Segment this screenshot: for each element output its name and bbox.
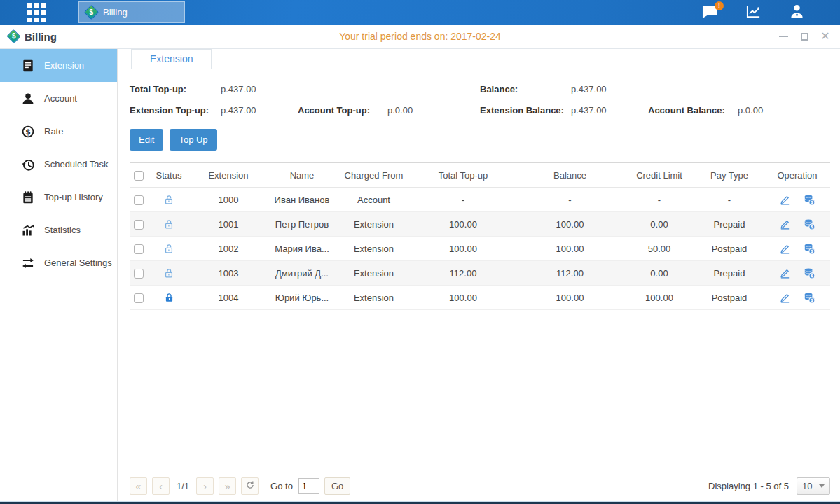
cell-balance: 100.00 xyxy=(516,286,624,310)
unlocked-icon xyxy=(163,218,175,228)
cell-balance: - xyxy=(516,188,624,212)
account-balance-label: Account Balance: xyxy=(648,105,738,115)
column-header-pay-type[interactable]: Pay Type xyxy=(694,163,764,188)
sidebar-item-scheduled-task[interactable]: Scheduled Task xyxy=(0,148,117,181)
top-up-button[interactable]: Top Up xyxy=(170,129,216,150)
sidebar-item-label: Scheduled Task xyxy=(44,159,109,169)
maximize-button[interactable] xyxy=(799,31,809,41)
goto-page-input[interactable] xyxy=(298,478,319,494)
maximize-icon xyxy=(801,33,808,41)
cell-extension: 1003 xyxy=(190,261,267,286)
topbar: $ Billing ! xyxy=(0,0,840,24)
rate-icon: $ xyxy=(21,125,35,139)
refresh-button[interactable] xyxy=(241,477,259,495)
window-title: Billing xyxy=(25,31,57,43)
edit-button[interactable]: Edit xyxy=(130,129,163,150)
cell-balance: 112.00 xyxy=(516,261,624,286)
table-row[interactable]: 1001Петр ПетровExtension100.00100.000.00… xyxy=(130,212,830,237)
sidebar-item-general-settings[interactable]: General Settings xyxy=(0,246,117,279)
cell-checkbox xyxy=(130,286,148,310)
go-button[interactable]: Go xyxy=(324,477,350,495)
cell-status xyxy=(148,212,190,237)
tab-extension[interactable]: Extension xyxy=(131,49,212,69)
column-header-charged-from[interactable]: Charged From xyxy=(337,163,411,188)
sidebar-item-extension[interactable]: Extension xyxy=(0,49,117,82)
close-button[interactable]: ✕ xyxy=(820,31,830,41)
pencil-icon xyxy=(779,242,791,253)
row-checkbox[interactable] xyxy=(134,269,144,279)
prev-page-button[interactable]: ‹ xyxy=(152,477,170,495)
edit-row-button[interactable] xyxy=(779,218,791,230)
column-header-extension[interactable]: Extension xyxy=(190,163,267,188)
cell-pay-type: Postpaid xyxy=(694,237,764,261)
cell-operation: $ xyxy=(764,237,830,261)
cell-status xyxy=(148,261,190,286)
row-checkbox[interactable] xyxy=(134,293,144,303)
topup-row-button[interactable]: $ xyxy=(804,193,815,205)
main-panel: Extension Total Top-up: p.437.00 Extensi… xyxy=(118,49,840,501)
cell-checkbox xyxy=(130,212,148,237)
select-all-checkbox[interactable] xyxy=(134,171,144,181)
table-row[interactable]: 1002Мария Ива...Extension100.00100.0050.… xyxy=(130,237,830,261)
sidebar-item-label: Statistics xyxy=(44,225,81,235)
table-row[interactable]: 1004Юрий Юрь...Extension100.00100.00100.… xyxy=(130,286,830,310)
cell-pay-type: - xyxy=(694,188,764,212)
first-page-button[interactable]: « xyxy=(130,477,147,495)
sidebar-item-statistics[interactable]: Statistics xyxy=(0,214,117,246)
billing-window: $ Billing ! xyxy=(0,0,840,504)
cell-status xyxy=(148,286,190,310)
column-header-total-top-up[interactable]: Total Top-up xyxy=(411,163,516,188)
coins-icon: $ xyxy=(804,218,815,228)
sidebar-item-topup-history[interactable]: Top-up History xyxy=(0,181,117,214)
chart-icon xyxy=(745,4,762,22)
table-row[interactable]: 1003Дмитрий Д...Extension112.00112.000.0… xyxy=(130,261,830,286)
edit-row-button[interactable] xyxy=(779,242,791,254)
account-topup-label: Account Top-up: xyxy=(298,105,387,115)
table-header-row: StatusExtensionNameCharged FromTotal Top… xyxy=(130,163,830,188)
next-page-button[interactable]: › xyxy=(196,477,214,495)
statistics-topbar-button[interactable] xyxy=(743,4,763,22)
trial-notice: Your trial period ends on: 2017-02-24 xyxy=(0,31,840,42)
cell-name: Дмитрий Д... xyxy=(267,261,337,286)
topup-row-button[interactable]: $ xyxy=(804,242,815,254)
last-page-button[interactable]: » xyxy=(219,477,236,495)
svg-text:$: $ xyxy=(811,224,813,230)
topup-row-button[interactable]: $ xyxy=(804,218,815,230)
account-topup-value: p.0.00 xyxy=(387,105,464,115)
column-header-name[interactable]: Name xyxy=(267,163,337,188)
cell-balance: 100.00 xyxy=(516,212,624,237)
edit-row-button[interactable] xyxy=(779,267,791,279)
edit-row-button[interactable] xyxy=(779,291,791,303)
cell-extension: 1000 xyxy=(190,188,267,212)
topup-row-button[interactable]: $ xyxy=(804,267,815,279)
window-controls: ✕ xyxy=(778,24,830,48)
column-header-credit-limit[interactable]: Credit Limit xyxy=(624,163,694,188)
table-row[interactable]: 1000Иван ИвановAccount----$ xyxy=(130,188,830,212)
cell-checkbox xyxy=(130,237,148,261)
column-header-balance[interactable]: Balance xyxy=(516,163,624,188)
column-header-status[interactable]: Status xyxy=(148,163,190,188)
taskbar-tab-label: Billing xyxy=(103,7,128,18)
coins-icon: $ xyxy=(804,193,815,204)
cell-total-topup: 112.00 xyxy=(411,261,516,286)
minimize-button[interactable] xyxy=(778,31,788,41)
cell-credit-limit: 0.00 xyxy=(624,261,694,286)
svg-text:$: $ xyxy=(811,248,813,254)
sidebar-item-account[interactable]: Account xyxy=(0,82,117,115)
page-size-select[interactable]: 10 xyxy=(797,477,830,495)
row-checkbox[interactable] xyxy=(134,244,144,254)
app-launcher-button[interactable] xyxy=(25,3,48,22)
sidebar-item-rate[interactable]: $Rate xyxy=(0,115,117,148)
user-menu-button[interactable] xyxy=(787,4,806,22)
edit-row-button[interactable] xyxy=(779,193,791,205)
sidebar: ExtensionAccount$RateScheduled TaskTop-u… xyxy=(0,49,118,501)
row-checkbox[interactable] xyxy=(134,220,144,230)
column-header-operation[interactable]: Operation xyxy=(764,163,830,188)
extension-table: StatusExtensionNameCharged FromTotal Top… xyxy=(130,162,830,310)
taskbar-tab-billing[interactable]: $ Billing xyxy=(78,1,185,23)
row-checkbox[interactable] xyxy=(134,195,144,205)
topup-row-button[interactable]: $ xyxy=(804,291,815,303)
notifications-button[interactable]: ! xyxy=(700,4,719,22)
balance-summary: Total Top-up: p.437.00 Extension Top-up:… xyxy=(118,69,840,126)
sidebar-item-label: Top-up History xyxy=(44,192,103,202)
